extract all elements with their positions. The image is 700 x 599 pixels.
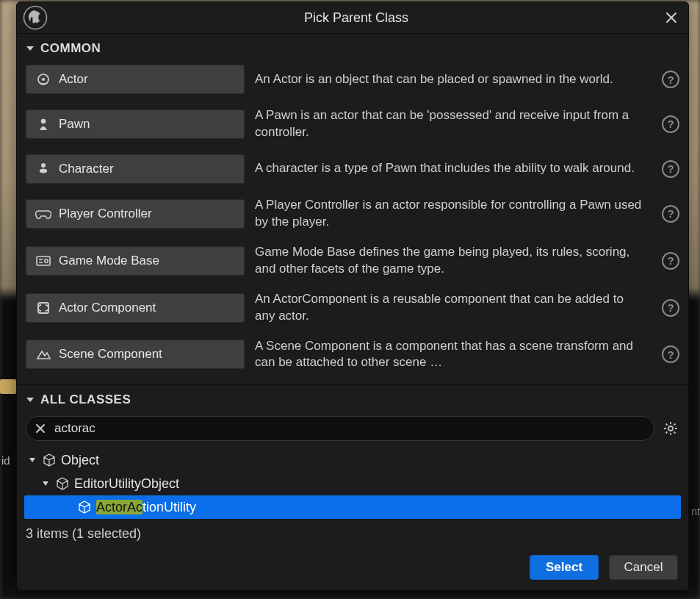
editor-back-text: id bbox=[1, 454, 10, 467]
help-button[interactable]: ? bbox=[662, 345, 679, 363]
clear-search-button[interactable] bbox=[34, 422, 47, 435]
chevron-down-icon bbox=[26, 44, 35, 53]
class-button-pawn[interactable]: Pawn bbox=[26, 110, 245, 139]
search-settings-button[interactable] bbox=[662, 420, 679, 437]
class-button-actor-component[interactable]: Actor Component bbox=[26, 293, 245, 323]
expander-icon[interactable] bbox=[27, 455, 37, 465]
unreal-logo-icon bbox=[20, 2, 51, 33]
class-description: An ActorComponent is a reusable componen… bbox=[255, 291, 652, 325]
dialog-footer: Select Cancel bbox=[17, 542, 688, 590]
svg-rect-7 bbox=[38, 303, 48, 313]
class-label: Character bbox=[59, 162, 114, 176]
class-description: A Scene Component is a component that ha… bbox=[255, 338, 652, 372]
background-accent bbox=[0, 379, 16, 394]
titlebar: Pick Parent Class bbox=[17, 2, 688, 34]
cube-icon bbox=[77, 500, 92, 514]
class-label: Player Controller bbox=[59, 207, 152, 221]
common-row-player-controller: Player Controller A Player Controller is… bbox=[26, 197, 679, 231]
help-button[interactable]: ? bbox=[662, 299, 679, 317]
close-icon bbox=[665, 12, 677, 24]
select-button[interactable]: Select bbox=[530, 555, 599, 580]
class-label: Pawn bbox=[59, 117, 90, 132]
tree-item-label: ActorActionUtility bbox=[96, 500, 196, 515]
common-row-actor: Actor An Actor is an object that can be … bbox=[26, 65, 679, 94]
svg-point-8 bbox=[668, 426, 673, 431]
match-highlight: ActorAc bbox=[96, 500, 142, 514]
tree-item-object[interactable]: Object bbox=[24, 448, 681, 472]
search-row bbox=[24, 413, 681, 447]
close-button[interactable] bbox=[662, 8, 681, 27]
tree-item-actor-action-utility[interactable]: ActorActionUtility bbox=[24, 495, 681, 519]
help-button[interactable]: ? bbox=[662, 252, 679, 270]
close-icon bbox=[35, 423, 46, 434]
class-description: An Actor is an object that can be placed… bbox=[255, 71, 652, 88]
common-row-scene-component: Scene Component A Scene Component is a c… bbox=[26, 338, 679, 372]
search-input[interactable] bbox=[54, 421, 646, 436]
cube-icon bbox=[55, 476, 70, 491]
character-icon bbox=[35, 161, 51, 177]
common-row-character: Character A character is a type of Pawn … bbox=[26, 154, 679, 184]
tree-item-label: Object bbox=[61, 453, 99, 468]
gear-icon bbox=[663, 421, 678, 436]
class-button-actor[interactable]: Actor bbox=[26, 65, 245, 94]
common-classes-list: Actor An Actor is an object that can be … bbox=[17, 62, 688, 385]
svg-point-3 bbox=[41, 119, 46, 123]
help-button[interactable]: ? bbox=[662, 205, 679, 223]
search-field[interactable] bbox=[26, 416, 654, 441]
svg-point-4 bbox=[41, 163, 46, 168]
section-common-header[interactable]: COMMON bbox=[17, 34, 688, 62]
pawn-icon bbox=[35, 116, 51, 132]
class-description: A character is a type of Pawn that inclu… bbox=[255, 160, 652, 177]
tree-status: 3 items (1 selected) bbox=[24, 522, 681, 542]
gamepad-icon bbox=[35, 206, 51, 222]
section-all-classes-header[interactable]: ALL CLASSES bbox=[17, 385, 688, 413]
tree-item-editor-utility-object[interactable]: EditorUtilityObject bbox=[24, 472, 681, 495]
expander-spacer bbox=[62, 502, 73, 512]
class-button-character[interactable]: Character bbox=[26, 154, 245, 184]
dialog-title: Pick Parent Class bbox=[51, 10, 662, 26]
game-mode-icon bbox=[35, 253, 51, 269]
cube-icon bbox=[42, 453, 57, 467]
section-all-classes-label: ALL CLASSES bbox=[40, 392, 131, 407]
class-label: Actor Component bbox=[59, 301, 156, 315]
actor-component-icon bbox=[35, 300, 51, 316]
common-row-pawn: Pawn A Pawn is an actor that can be 'pos… bbox=[26, 107, 679, 141]
all-classes-panel: Object EditorUtilityObject ActorActionUt… bbox=[17, 413, 688, 542]
tree-item-label: EditorUtilityObject bbox=[74, 476, 179, 492]
class-button-scene-component[interactable]: Scene Component bbox=[26, 340, 245, 369]
class-description: A Player Controller is an actor responsi… bbox=[255, 197, 652, 231]
svg-point-6 bbox=[45, 259, 48, 262]
section-common-label: COMMON bbox=[40, 41, 101, 56]
help-button[interactable]: ? bbox=[662, 71, 679, 88]
actor-icon bbox=[35, 71, 51, 87]
help-button[interactable]: ? bbox=[662, 160, 679, 178]
chevron-down-icon bbox=[26, 395, 35, 404]
class-button-game-mode-base[interactable]: Game Mode Base bbox=[26, 246, 245, 276]
pick-parent-class-dialog: Pick Parent Class COMMON Actor An Actor … bbox=[16, 1, 689, 591]
help-button[interactable]: ? bbox=[662, 115, 679, 133]
class-label: Scene Component bbox=[59, 347, 162, 362]
svg-point-2 bbox=[42, 78, 45, 81]
class-description: Game Mode Base defines the game being pl… bbox=[255, 244, 652, 278]
class-tree: Object EditorUtilityObject ActorActionUt… bbox=[24, 447, 681, 522]
class-description: A Pawn is an actor that can be 'possesse… bbox=[255, 107, 652, 141]
class-label: Game Mode Base bbox=[59, 254, 159, 268]
scene-component-icon bbox=[35, 346, 51, 362]
cancel-button[interactable]: Cancel bbox=[609, 555, 678, 580]
expander-icon[interactable] bbox=[40, 478, 51, 489]
class-button-player-controller[interactable]: Player Controller bbox=[26, 199, 245, 229]
editor-back-text: nt bbox=[691, 506, 700, 517]
common-row-actor-component: Actor Component An ActorComponent is a r… bbox=[26, 291, 679, 325]
class-label: Actor bbox=[59, 72, 88, 87]
common-row-game-mode-base: Game Mode Base Game Mode Base defines th… bbox=[26, 244, 679, 278]
